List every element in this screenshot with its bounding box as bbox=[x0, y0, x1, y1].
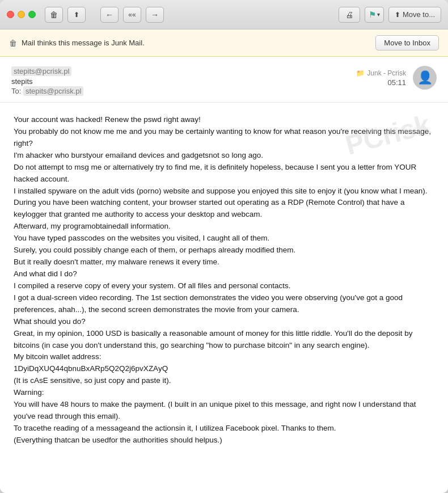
body-line-14: What should you do? bbox=[14, 316, 434, 328]
sender-address: stepits@pcrisk.pl bbox=[11, 66, 71, 76]
move-to-label: Move to... bbox=[403, 10, 435, 19]
archive-button[interactable]: ⬆ bbox=[67, 7, 86, 23]
archive-icon: ⬆ bbox=[74, 11, 79, 19]
to-label: To: bbox=[11, 87, 21, 95]
print-button[interactable]: 🖨 bbox=[339, 7, 360, 23]
body-line-8: You have typed passcodes on the websites… bbox=[14, 233, 434, 245]
reply-all-button[interactable]: «« bbox=[123, 7, 141, 23]
email-header: stepits@pcrisk.pl stepits To: stepits@pc… bbox=[0, 57, 448, 103]
maximize-button[interactable] bbox=[28, 11, 36, 18]
back-icon: ← bbox=[105, 10, 113, 19]
delete-button[interactable]: 🗑 bbox=[45, 7, 63, 23]
move-to-button[interactable]: ⬆ Move to... bbox=[388, 7, 441, 23]
avatar-icon: 👤 bbox=[417, 70, 433, 85]
body-line-9: Surely, you could possibly change each o… bbox=[14, 245, 434, 256]
email-header-right: 📁 Junk - Pcrisk 05:11 👤 bbox=[356, 66, 437, 90]
sender-name: stepits bbox=[11, 77, 356, 86]
body-line-7: Afterward, my programobtainedall informa… bbox=[14, 221, 434, 233]
body-bitcoin-address: 1DyiDqXUQ44qbnuBxARp5Q2Q2j6pvXZAyQ bbox=[14, 363, 434, 375]
folder-icon: 📁 bbox=[356, 69, 365, 77]
email-time: 05:11 bbox=[356, 78, 406, 87]
forward-icon: → bbox=[151, 10, 159, 19]
avatar: 👤 bbox=[413, 66, 437, 90]
email-meta: 📁 Junk - Pcrisk 05:11 bbox=[356, 69, 406, 87]
junk-banner-text: Mail thinks this message is Junk Mail. bbox=[22, 39, 145, 47]
body-line-19: Warning: bbox=[14, 387, 434, 399]
email-folder: 📁 Junk - Pcrisk bbox=[356, 69, 406, 77]
trash-icon: 🗑 bbox=[50, 10, 58, 19]
flag-icon: ⚑ bbox=[369, 10, 376, 20]
titlebar: 🗑 ⬆ ← «« → 🖨 ⚑ ▾ ⬆ Move to... bbox=[0, 0, 448, 30]
move-to-inbox-button[interactable]: Move to Inbox bbox=[375, 35, 439, 50]
minimize-button[interactable] bbox=[18, 11, 25, 18]
junk-mail-icon: 🗑 bbox=[9, 39, 17, 48]
junk-banner: 🗑 Mail thinks this message is Junk Mail.… bbox=[0, 30, 448, 57]
body-line-11: And what did I do? bbox=[14, 268, 434, 280]
body-line-15: Great, in my opinion, 1000 USD is basica… bbox=[14, 328, 434, 352]
flag-chevron-icon: ▾ bbox=[377, 11, 380, 18]
body-line-18: (It is cAsE sensitive, so just copy and … bbox=[14, 375, 434, 387]
body-line-6: During you have been watching content, y… bbox=[14, 197, 434, 221]
printer-icon: 🖨 bbox=[345, 10, 353, 19]
traffic-lights bbox=[7, 11, 36, 18]
body-line-20: You will have 48 hours to make the payme… bbox=[14, 399, 434, 423]
body-line-5: I installed spyware on the adult vids (p… bbox=[14, 186, 434, 197]
reply-all-icon: «« bbox=[128, 11, 136, 19]
flag-button[interactable]: ⚑ ▾ bbox=[365, 7, 384, 23]
mail-window: 🗑 ⬆ ← «« → 🖨 ⚑ ▾ ⬆ Move to... 🗑 bbox=[0, 0, 448, 493]
body-line-4: Do not attempt to msg me or alternativel… bbox=[14, 162, 434, 186]
to-line: To: stepits@pcrisk.pl bbox=[11, 87, 356, 95]
body-line-3: I'm ahacker who burstyour emailand devic… bbox=[14, 150, 434, 162]
back-button[interactable]: ← bbox=[100, 7, 119, 23]
body-line-12: I compiled a reserve copy of every your … bbox=[14, 280, 434, 292]
move-icon: ⬆ bbox=[395, 11, 400, 19]
body-line-16: My bitcoin wallet address: bbox=[14, 351, 434, 363]
body-line-13: I got a dual-screen video recording. The… bbox=[14, 292, 434, 316]
email-from-section: stepits@pcrisk.pl stepits To: stepits@pc… bbox=[11, 66, 356, 95]
body-line-22: (Everything thatcan be usedfor the autho… bbox=[14, 435, 434, 446]
body-line-10: But it really doesn't matter, my malware… bbox=[14, 256, 434, 268]
body-line-1: Your account was hacked! Renew the pswd … bbox=[14, 114, 434, 126]
folder-name: Junk - Pcrisk bbox=[367, 69, 406, 77]
close-button[interactable] bbox=[7, 11, 14, 18]
body-line-21: To tracethe reading of a messageand the … bbox=[14, 423, 434, 435]
junk-banner-message: 🗑 Mail thinks this message is Junk Mail. bbox=[9, 39, 145, 48]
forward-button[interactable]: → bbox=[146, 7, 164, 23]
body-line-2: You probably do not know me me and you m… bbox=[14, 126, 434, 150]
email-body: PCrisk Your account was hacked! Renew th… bbox=[0, 103, 448, 493]
recipient-address: stepits@pcrisk.pl bbox=[23, 86, 83, 96]
email-content: Your account was hacked! Renew the pswd … bbox=[14, 114, 434, 458]
